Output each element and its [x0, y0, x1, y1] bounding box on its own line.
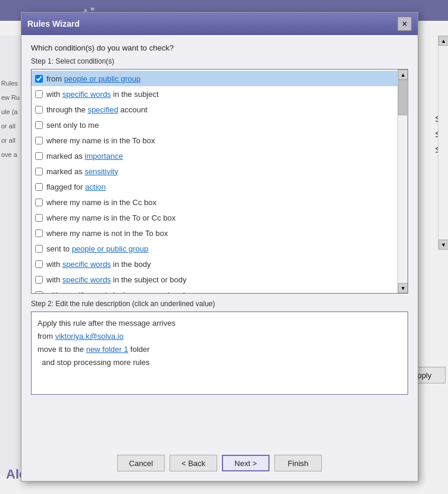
description-box: Apply this rule after the message arrive…	[31, 311, 408, 395]
sidebar-label-2: ew Ru	[1, 90, 20, 105]
condition-checkbox-14[interactable]	[35, 276, 43, 284]
condition-item-action[interactable]: flagged for action	[32, 179, 408, 194]
cancel-button[interactable]: Cancel	[117, 455, 165, 471]
condition-link-8[interactable]: action	[85, 183, 106, 191]
dialog-titlebar: Rules Wizard ×	[21, 12, 418, 35]
condition-text-13: with specific words in the body	[46, 260, 151, 269]
condition-item-specific-words-subject[interactable]: with specific words in the subject	[32, 86, 408, 102]
condition-checkbox-1[interactable]	[35, 75, 43, 83]
dialog-body: Which condition(s) do you want to check?…	[21, 35, 418, 403]
rules-wizard-dialog: Rules Wizard × Which condition(s) do you…	[21, 12, 418, 482]
back-button[interactable]: < Back	[170, 455, 217, 471]
condition-item-name-in-to[interactable]: where my name is in the To box	[32, 133, 408, 148]
next-button[interactable]: Next >	[222, 455, 270, 471]
scrollbar-up-btn[interactable]: ▲	[398, 70, 408, 80]
condition-checkbox-10[interactable]	[35, 214, 43, 222]
desc-line-2: from viktoriya.k@solva.io	[37, 330, 402, 343]
right-scrollbar-down[interactable]: ▼	[438, 240, 448, 250]
sidebar-label-1: Rules	[1, 76, 20, 90]
dialog-close-button[interactable]: ×	[397, 17, 412, 31]
condition-text-8: flagged for action	[46, 183, 106, 191]
condition-text-15: with specific words in the message heade…	[46, 291, 192, 294]
sidebar-labels: Rules ew Ru ule (a or all or all ove a	[1, 76, 20, 162]
right-scrollbar-track	[438, 46, 448, 240]
scrollbar-thumb[interactable]	[398, 80, 407, 115]
condition-link-3[interactable]: specified	[87, 105, 118, 114]
condition-text-5: where my name is in the To box	[46, 136, 155, 145]
condition-item-specific-words-body[interactable]: with specific words in the body	[32, 256, 408, 272]
condition-item-name-in-to-or-cc[interactable]: where my name is in the To or Cc box	[32, 210, 408, 225]
condition-item-name-in-cc[interactable]: where my name is in the Cc box	[32, 194, 408, 210]
dialog-footer: Cancel < Back Next > Finish	[21, 455, 418, 471]
condition-text-6: marked as importance	[46, 152, 123, 161]
conditions-scrollbar[interactable]: ▲ ▼	[397, 70, 408, 293]
sidebar-label-3: ule (a	[1, 105, 20, 119]
condition-checkbox-9[interactable]	[35, 199, 43, 206]
condition-item-specific-words-header[interactable]: with specific words in the message heade…	[32, 287, 408, 293]
sidebar-label-5: or all	[1, 133, 20, 147]
condition-checkbox-3[interactable]	[35, 106, 43, 114]
desc-line-4: and stop processing more rules	[37, 356, 402, 369]
condition-checkbox-7[interactable]	[35, 168, 43, 175]
condition-checkbox-15[interactable]	[35, 291, 43, 294]
bg-sidebar: Rules ew Ru ule (a or all or all ove a	[0, 36, 23, 476]
condition-text-7: marked as sensitivity	[46, 167, 118, 176]
conditions-list-container: from people or public group with specifi…	[31, 69, 408, 294]
condition-checkbox-13[interactable]	[35, 260, 43, 268]
condition-text-1: from people or public group	[46, 74, 140, 83]
scrollbar-track[interactable]	[398, 80, 408, 293]
scrollbar-down-btn[interactable]: ▼	[398, 283, 408, 293]
condition-text-4: sent only to me	[46, 121, 99, 130]
condition-checkbox-4[interactable]	[35, 121, 43, 129]
dialog-title: Rules Wizard	[27, 19, 80, 29]
condition-item-importance[interactable]: marked as importance	[32, 148, 408, 163]
condition-link-15[interactable]: specific words	[62, 291, 111, 294]
condition-link-1[interactable]: people or public group	[64, 74, 141, 83]
question-text: Which condition(s) do you want to check?	[31, 43, 408, 52]
desc-link-from[interactable]: viktoriya.k@solva.io	[55, 332, 124, 341]
condition-checkbox-6[interactable]	[35, 152, 43, 160]
conditions-list: from people or public group with specifi…	[32, 70, 408, 293]
step1-label: Step 1: Select condition(s)	[31, 57, 408, 65]
condition-item-from-people[interactable]: from people or public group	[32, 71, 408, 86]
condition-text-2: with specific words in the subject	[46, 90, 159, 99]
condition-text-12: sent to people or public group	[46, 244, 148, 253]
condition-checkbox-11[interactable]	[35, 229, 43, 237]
condition-item-sensitivity[interactable]: marked as sensitivity	[32, 163, 408, 179]
condition-link-2[interactable]: specific words	[62, 90, 111, 99]
condition-text-11: where my name is not in the To box	[46, 229, 168, 238]
step2-label: Step 2: Edit the rule description (click…	[31, 300, 408, 308]
condition-item-sent-only-to-me[interactable]: sent only to me	[32, 117, 408, 133]
condition-link-12[interactable]: people or public group	[72, 244, 149, 253]
condition-text-3: through the specified account	[46, 105, 148, 114]
condition-link-7[interactable]: sensitivity	[84, 167, 118, 176]
condition-item-name-not-in-to[interactable]: where my name is not in the To box	[32, 225, 408, 241]
sidebar-label-6: ove a	[1, 147, 20, 162]
condition-checkbox-8[interactable]	[35, 183, 43, 191]
condition-checkbox-12[interactable]	[35, 245, 43, 253]
desc-line-3: move it to the new folder 1 folder	[37, 343, 402, 356]
condition-link-13[interactable]: specific words	[62, 260, 111, 269]
condition-checkbox-5[interactable]	[35, 137, 43, 144]
right-scrollbar-up[interactable]: ▲	[438, 36, 448, 46]
condition-link-6[interactable]: importance	[84, 152, 123, 161]
condition-item-specific-words-subject-body[interactable]: with specific words in the subject or bo…	[32, 272, 408, 287]
desc-link-folder[interactable]: new folder 1	[86, 345, 129, 354]
desc-line-1: Apply this rule after the message arrive…	[37, 317, 402, 330]
condition-item-specified-account[interactable]: through the specified account	[32, 102, 408, 117]
sidebar-label-4: or all	[1, 119, 20, 133]
right-scrollbar[interactable]: ▲ ▼	[438, 36, 448, 250]
condition-checkbox-2[interactable]	[35, 90, 43, 98]
condition-text-9: where my name is in the Cc box	[46, 198, 156, 207]
condition-link-14[interactable]: specific words	[62, 275, 111, 284]
condition-text-10: where my name is in the To or Cc box	[46, 213, 176, 222]
finish-button[interactable]: Finish	[274, 455, 322, 471]
condition-item-sent-to-people[interactable]: sent to people or public group	[32, 241, 408, 256]
condition-text-14: with specific words in the subject or bo…	[46, 275, 187, 284]
